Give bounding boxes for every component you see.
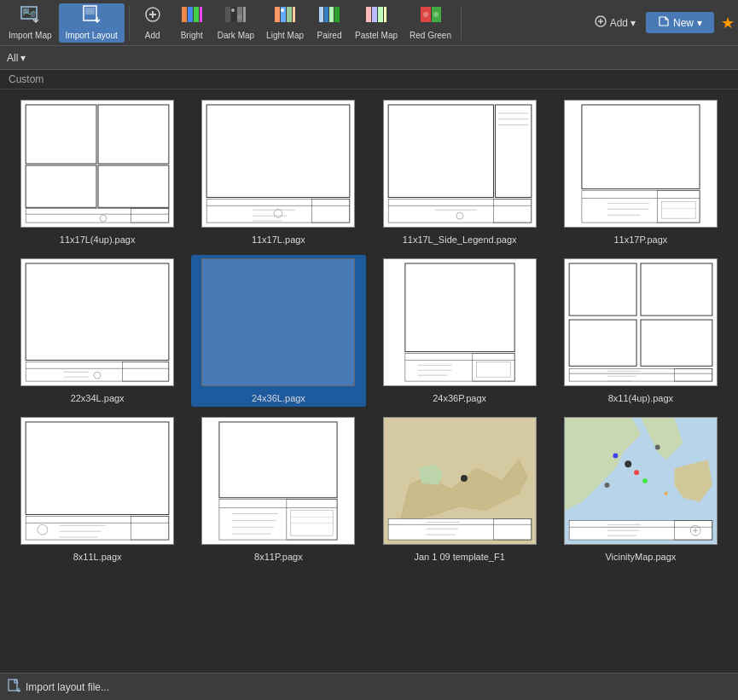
layout-grid-container[interactable]: 11x17L(4up).pagx 11x17L.pagx <box>0 90 738 672</box>
dark-map-button[interactable]: Dark Map <box>212 3 259 43</box>
dark-map-icon <box>224 5 247 29</box>
star-icon: ★ <box>721 14 735 32</box>
svg-rect-27 <box>378 7 383 22</box>
pastel-map-button[interactable]: Pastel Map <box>350 3 403 43</box>
layout-item-name: Jan 1 09 template_F1 <box>414 552 504 562</box>
layout-item-name: 24x36L.pagx <box>252 393 305 403</box>
add-icon <box>142 5 163 29</box>
svg-point-136 <box>613 453 618 458</box>
layout-item[interactable]: Jan 1 09 template_F1 <box>373 414 547 565</box>
separator-1 <box>129 6 130 40</box>
add-label: Add <box>145 31 160 40</box>
layout-item[interactable]: 11x17L_Side_Legend.pagx <box>373 96 547 248</box>
svg-rect-110 <box>203 418 355 544</box>
svg-rect-25 <box>366 7 371 22</box>
bright-button[interactable]: Bright <box>173 3 211 43</box>
svg-point-31 <box>423 12 428 17</box>
add-dropdown-icon <box>594 14 607 31</box>
all-filter-arrow: ▾ <box>20 52 26 64</box>
layout-item[interactable]: 11x17P.pagx <box>554 96 728 248</box>
import-layout-button[interactable]: Import Layout <box>59 3 125 43</box>
svg-point-15 <box>237 14 242 20</box>
layout-item-name: VicinityMap.pagx <box>605 552 676 562</box>
svg-rect-43 <box>203 101 355 227</box>
layout-item[interactable]: VicinityMap.pagx <box>554 414 728 565</box>
add-button[interactable]: Add <box>134 3 171 43</box>
layout-item-name: 8x11(4up).pagx <box>608 393 673 403</box>
layout-thumbnail-vicinity <box>564 417 718 545</box>
paired-button[interactable]: Paired <box>311 3 348 43</box>
svg-point-14 <box>231 9 235 12</box>
svg-point-134 <box>634 470 639 475</box>
import-map-button[interactable]: Import Map <box>3 3 57 43</box>
svg-point-137 <box>665 492 668 495</box>
layout-item-name: 11x17L(4up).pagx <box>60 234 136 245</box>
layout-thumbnail-selected <box>201 258 355 386</box>
layout-item[interactable]: 11x17L.pagx <box>191 96 365 248</box>
svg-rect-9 <box>200 7 202 22</box>
svg-rect-10 <box>225 7 230 22</box>
layout-item[interactable]: 24x36P.pagx <box>373 255 547 407</box>
add-dropdown-button[interactable]: Add ▾ <box>587 11 642 34</box>
paired-label: Paired <box>317 31 342 40</box>
layout-item-selected[interactable]: 24x36L.pagx <box>191 255 365 407</box>
layout-item-name: 8x11P.pagx <box>254 552 303 562</box>
filter-bar: All ▾ <box>0 46 738 70</box>
red-green-label: Red Green <box>410 31 451 40</box>
main-toolbar: Import Map Import Layout Add <box>0 0 738 46</box>
new-button[interactable]: New ▾ <box>646 12 714 33</box>
svg-point-135 <box>642 478 648 483</box>
svg-rect-18 <box>287 7 292 22</box>
svg-point-32 <box>433 12 439 17</box>
section-label-text: Custom <box>9 73 44 85</box>
import-layout-label: Import Layout <box>66 31 118 40</box>
layout-thumbnail <box>564 258 718 386</box>
layout-thumbnail <box>20 100 174 228</box>
svg-rect-22 <box>324 7 328 22</box>
svg-rect-21 <box>319 7 323 22</box>
new-dropdown-arrow: ▾ <box>697 17 702 29</box>
layout-thumbnail <box>20 258 174 386</box>
layout-item-name: 24x36P.pagx <box>433 393 486 403</box>
light-map-label: Light Map <box>266 31 304 40</box>
layout-item[interactable]: 22x34L.pagx <box>10 255 184 407</box>
import-map-icon <box>20 5 40 29</box>
svg-rect-24 <box>334 7 340 22</box>
layout-thumbnail <box>201 417 355 545</box>
layout-item[interactable]: 8x11P.pagx <box>191 414 365 565</box>
svg-point-20 <box>281 9 284 12</box>
svg-rect-19 <box>293 7 295 22</box>
layout-item[interactable]: 8x11L.pagx <box>10 414 184 565</box>
layout-item-name: 22x34L.pagx <box>71 393 125 403</box>
red-green-button[interactable]: Red Green <box>404 3 456 43</box>
layout-thumbnail <box>383 258 537 386</box>
toolbar-right-group: Add ▾ New ▾ ★ <box>587 11 735 34</box>
svg-rect-147 <box>9 680 17 691</box>
svg-rect-28 <box>384 7 386 22</box>
svg-rect-16 <box>275 7 280 22</box>
svg-rect-23 <box>329 7 334 22</box>
layout-thumbnail <box>564 100 718 228</box>
layout-item[interactable]: 8x11(4up).pagx <box>554 255 728 407</box>
light-map-button[interactable]: Light Map <box>261 3 309 43</box>
new-label: New <box>673 17 694 29</box>
svg-rect-73 <box>21 259 173 385</box>
import-layout-file-button[interactable]: Import layout file... <box>7 679 109 695</box>
bright-icon <box>181 5 203 29</box>
svg-point-132 <box>604 483 609 488</box>
svg-rect-8 <box>194 7 199 22</box>
add-dropdown-arrow: ▾ <box>630 17 636 29</box>
light-map-icon <box>274 5 296 29</box>
layout-thumbnail-map <box>383 417 537 545</box>
layout-thumbnail <box>20 417 174 545</box>
layout-item[interactable]: 11x17L(4up).pagx <box>10 96 184 248</box>
layout-item-name: 11x17P.pagx <box>613 234 667 245</box>
import-file-icon <box>7 679 20 695</box>
red-green-icon <box>420 5 442 29</box>
section-header: Custom <box>0 70 738 90</box>
import-map-label: Import Map <box>9 31 52 40</box>
all-filter-button[interactable]: All ▾ <box>7 52 26 64</box>
svg-rect-13 <box>243 7 246 22</box>
layout-item-name: 11x17L_Side_Legend.pagx <box>403 234 517 245</box>
dark-map-label: Dark Map <box>218 31 254 40</box>
